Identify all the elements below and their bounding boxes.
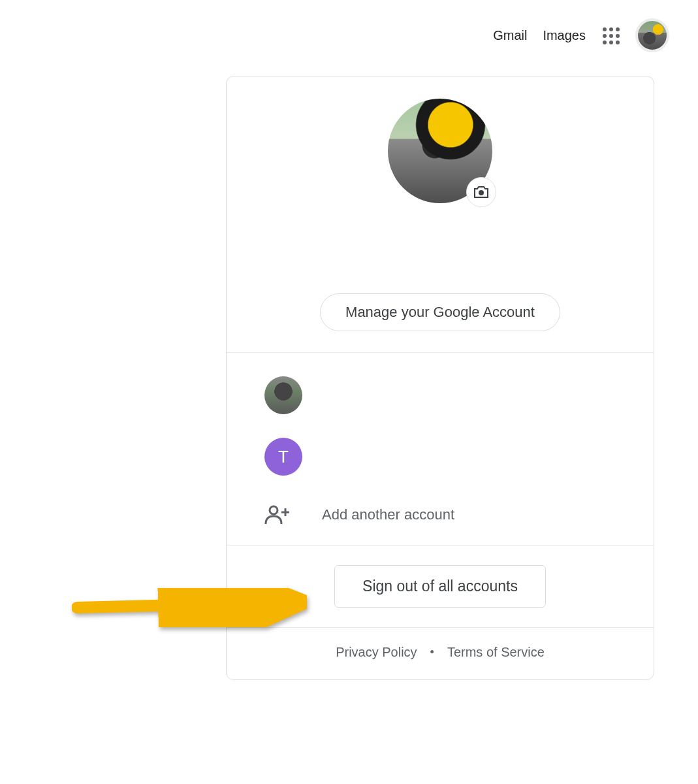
separator-dot: • (430, 645, 434, 659)
avatar-header[interactable] (635, 18, 669, 52)
signout-section: Sign out of all accounts (227, 545, 654, 627)
add-account-label: Add another account (322, 506, 454, 523)
gmail-link[interactable]: Gmail (493, 28, 527, 43)
svg-point-0 (479, 190, 484, 195)
change-photo-button[interactable] (466, 177, 496, 207)
footer-section: Privacy Policy • Terms of Service (227, 627, 654, 679)
avatar-large-wrap (388, 99, 492, 203)
manage-account-button[interactable]: Manage your Google Account (320, 293, 560, 331)
account-row[interactable]: T (227, 426, 654, 487)
header-right: Gmail Images (493, 18, 669, 52)
terms-link[interactable]: Terms of Service (447, 645, 545, 660)
accounts-section: T Add another account (227, 352, 654, 545)
apps-grid-icon[interactable] (601, 26, 620, 44)
account-avatar-letter: T (264, 438, 302, 476)
account-avatar (264, 376, 302, 414)
camera-icon (473, 186, 489, 199)
account-popup: Manage your Google Account T Add another… (226, 76, 654, 680)
privacy-link[interactable]: Privacy Policy (336, 645, 417, 660)
sign-out-all-button[interactable]: Sign out of all accounts (334, 565, 546, 608)
svg-point-1 (270, 506, 278, 514)
images-link[interactable]: Images (543, 28, 586, 43)
add-account-button[interactable]: Add another account (227, 487, 654, 545)
person-add-icon (264, 504, 291, 525)
account-row[interactable] (227, 365, 654, 426)
identity-section: Manage your Google Account (227, 76, 654, 352)
